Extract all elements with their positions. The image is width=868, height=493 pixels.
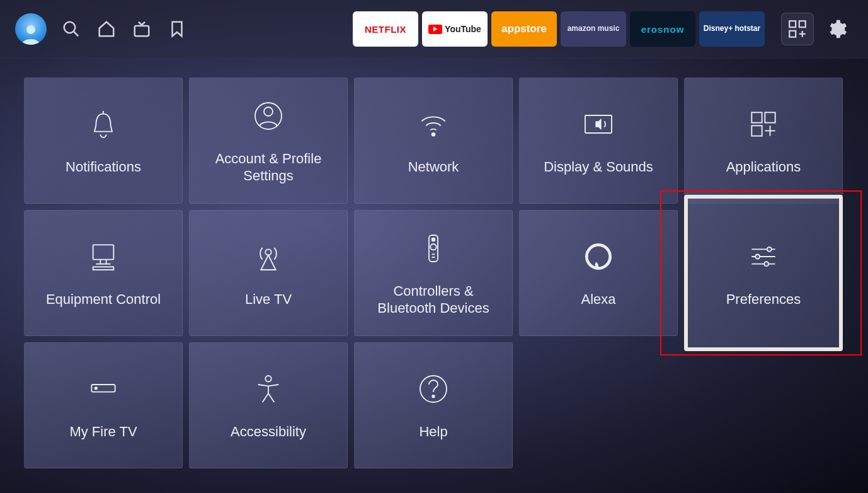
tile-network[interactable]: Network xyxy=(354,78,513,204)
tile-label: Notifications xyxy=(66,158,141,176)
svg-point-25 xyxy=(432,238,435,241)
svg-point-29 xyxy=(586,245,610,269)
tile-label: Applications xyxy=(726,158,801,176)
accessibility-icon xyxy=(249,370,287,408)
tile-notifications[interactable]: Notifications xyxy=(24,78,183,204)
applications-icon xyxy=(745,105,782,143)
tile-controllers[interactable]: Controllers & Bluetooth Devices xyxy=(354,210,513,336)
svg-point-40 xyxy=(432,395,435,398)
alexa-icon xyxy=(580,238,617,276)
app-hotstar[interactable]: Disney+ hotstar xyxy=(699,11,765,47)
tile-label: Accessibility xyxy=(231,423,306,441)
right-controls xyxy=(781,13,853,45)
app-appstore[interactable]: appstore xyxy=(491,11,557,47)
firetv-icon xyxy=(84,370,122,408)
sliders-icon xyxy=(745,238,782,276)
tile-account[interactable]: Account & Profile Settings xyxy=(189,78,348,204)
svg-point-35 xyxy=(764,262,768,266)
settings-grid: Notifications Account & Profile Settings… xyxy=(0,59,868,487)
svg-point-31 xyxy=(767,247,772,252)
tile-livetv[interactable]: Live TV xyxy=(189,210,348,336)
svg-point-0 xyxy=(26,25,35,34)
tile-label: Account & Profile Settings xyxy=(200,150,337,185)
tile-applications[interactable]: Applications xyxy=(684,78,843,204)
svg-rect-3 xyxy=(135,26,149,36)
app-netflix[interactable]: NETFLIX xyxy=(353,11,418,47)
svg-point-10 xyxy=(264,107,273,116)
top-bar: NETFLIX YouTube appstore amazon music er… xyxy=(0,0,868,59)
tile-label: Preferences xyxy=(726,291,801,308)
svg-point-26 xyxy=(430,244,436,250)
tile-label: Display & Sounds xyxy=(544,158,653,176)
app-youtube[interactable]: YouTube xyxy=(422,11,488,47)
tile-preferences[interactable]: Preferences xyxy=(684,195,843,351)
app-tiles: NETFLIX YouTube appstore amazon music er… xyxy=(353,11,765,47)
bookmark-icon[interactable] xyxy=(166,18,188,40)
remote-icon xyxy=(414,229,452,267)
apps-grid-button[interactable] xyxy=(781,13,814,45)
tile-label: Controllers & Bluetooth Devices xyxy=(365,282,502,317)
bell-icon xyxy=(84,105,122,143)
svg-point-33 xyxy=(755,255,760,259)
tile-label: Equipment Control xyxy=(46,291,161,308)
tile-alexa[interactable]: Alexa xyxy=(519,210,678,336)
youtube-play-icon xyxy=(428,25,442,34)
profile-settings-icon xyxy=(249,97,287,135)
svg-line-2 xyxy=(74,32,79,37)
equipment-icon xyxy=(84,238,122,276)
tile-label: Alexa xyxy=(581,291,615,308)
tile-accessibility[interactable]: Accessibility xyxy=(189,342,348,468)
display-sounds-icon xyxy=(580,105,617,143)
svg-rect-14 xyxy=(765,113,775,123)
tile-display[interactable]: Display & Sounds xyxy=(519,78,678,204)
help-icon xyxy=(414,370,452,408)
tile-label: My Fire TV xyxy=(69,423,137,441)
svg-point-38 xyxy=(265,376,271,381)
wifi-icon xyxy=(414,105,452,143)
youtube-label: YouTube xyxy=(445,24,481,34)
profile-avatar[interactable] xyxy=(15,13,47,45)
tile-label: Network xyxy=(408,158,459,176)
tile-equipment[interactable]: Equipment Control xyxy=(24,210,183,336)
tile-myfiretv[interactable]: My Fire TV xyxy=(24,342,183,468)
svg-point-1 xyxy=(64,22,76,33)
app-erosnow[interactable]: erosnow xyxy=(630,11,695,47)
svg-rect-13 xyxy=(751,113,762,123)
svg-rect-18 xyxy=(93,245,114,260)
svg-rect-5 xyxy=(799,21,806,27)
svg-rect-22 xyxy=(93,267,114,270)
search-icon[interactable] xyxy=(60,18,82,40)
tile-label: Help xyxy=(419,423,447,441)
svg-rect-15 xyxy=(751,126,762,136)
tile-label: Live TV xyxy=(245,291,292,308)
svg-rect-6 xyxy=(789,31,796,37)
live-icon[interactable] xyxy=(131,18,152,40)
home-icon[interactable] xyxy=(96,18,117,40)
profile-icon xyxy=(20,22,42,45)
svg-point-11 xyxy=(432,133,435,136)
svg-point-37 xyxy=(95,387,98,390)
svg-rect-4 xyxy=(789,21,796,27)
app-amazonmusic[interactable]: amazon music xyxy=(561,11,626,47)
nav-left xyxy=(15,13,188,45)
tile-help[interactable]: Help xyxy=(354,342,513,468)
settings-button[interactable] xyxy=(820,13,853,45)
antenna-icon xyxy=(249,238,287,276)
